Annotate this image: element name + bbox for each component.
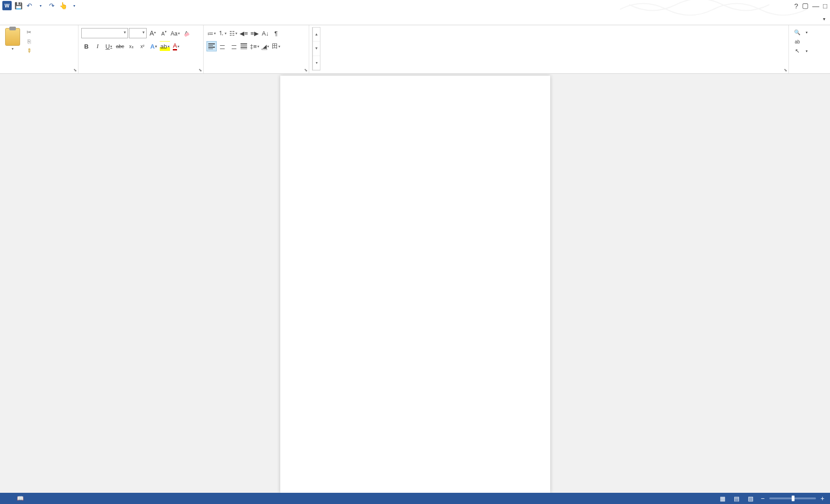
clipboard-group-label: [3, 71, 75, 72]
styles-group-label: [312, 71, 786, 72]
paragraph-group-label: [206, 71, 306, 72]
styles-scroll-down-icon[interactable]: ▼: [313, 42, 320, 56]
zoom-out-button[interactable]: −: [759, 495, 766, 502]
decrease-indent-icon[interactable]: ◀≡: [239, 28, 249, 38]
zoom-slider[interactable]: [769, 497, 816, 499]
bold-button[interactable]: B: [81, 41, 92, 51]
highlight-icon[interactable]: ab: [160, 41, 170, 51]
align-right-button[interactable]: [228, 41, 238, 51]
font-name-input[interactable]: [81, 28, 128, 38]
align-center-button[interactable]: [217, 41, 227, 51]
undo-icon[interactable]: ↶: [24, 0, 35, 11]
window-controls: ? ▢ — □: [795, 1, 830, 10]
justify-button[interactable]: [239, 41, 249, 51]
editing-group-label: [792, 71, 827, 72]
paragraph-launcher-icon[interactable]: ⬊: [304, 68, 308, 72]
line-spacing-icon[interactable]: ‡≡: [249, 41, 260, 51]
select-icon: [794, 47, 801, 55]
italic-button[interactable]: I: [92, 41, 103, 51]
title-bar: W 💾 ↶ ▾ ↷ 👆 ▾ ? ▢ — □: [0, 0, 830, 11]
editing-group: ▾ ▾: [789, 25, 830, 73]
help-icon[interactable]: ?: [795, 2, 798, 10]
status-bar: 📖 ▦ ▤ ▧ − +: [0, 493, 830, 504]
replace-icon: [794, 38, 801, 45]
numbering-icon[interactable]: ⒈: [217, 28, 227, 38]
font-group-label: [81, 71, 200, 72]
underline-button[interactable]: U: [104, 41, 114, 51]
shading-icon[interactable]: ◢: [260, 41, 270, 51]
styles-scroll-up-icon[interactable]: ▲: [313, 28, 320, 42]
ribbon-tabs: [0, 11, 830, 25]
clipboard-launcher-icon[interactable]: ⬊: [73, 68, 77, 72]
bullets-icon[interactable]: ≔: [206, 28, 217, 38]
qat-customize-icon[interactable]: ▾: [69, 0, 79, 11]
clear-formatting-icon[interactable]: [181, 28, 192, 38]
select-button[interactable]: ▾: [792, 47, 809, 55]
show-marks-icon[interactable]: ¶: [271, 28, 281, 38]
quick-access-toolbar: W 💾 ↶ ▾ ↷ 👆 ▾: [0, 0, 79, 11]
styles-scroll: ▲ ▼ ▾: [313, 27, 320, 71]
copy-icon: [25, 38, 33, 45]
change-case-icon[interactable]: [170, 28, 180, 38]
font-size-input[interactable]: [129, 28, 147, 38]
styles-expand-icon[interactable]: ▾: [313, 56, 320, 70]
align-left-button[interactable]: [206, 41, 217, 51]
borders-icon[interactable]: 田: [271, 41, 281, 51]
text-effects-icon[interactable]: A: [149, 41, 159, 51]
paste-icon: [5, 28, 20, 46]
grow-font-icon[interactable]: [148, 28, 158, 38]
format-painter-button[interactable]: [24, 47, 35, 55]
undo-dropdown-icon[interactable]: ▾: [35, 0, 46, 11]
document-page[interactable]: [280, 76, 550, 493]
increase-indent-icon[interactable]: ≡▶: [249, 28, 260, 38]
styles-launcher-icon[interactable]: ⬊: [784, 68, 787, 72]
strikethrough-button[interactable]: abc: [115, 41, 125, 51]
font-launcher-icon[interactable]: ⬊: [199, 68, 202, 72]
touch-mode-icon[interactable]: 👆: [58, 0, 68, 11]
print-layout-icon[interactable]: ▤: [731, 494, 742, 503]
cut-button[interactable]: [24, 28, 35, 36]
save-icon[interactable]: 💾: [13, 0, 23, 11]
superscript-button[interactable]: x²: [137, 41, 148, 51]
subscript-button[interactable]: x₂: [126, 41, 136, 51]
user-account[interactable]: [818, 12, 830, 25]
shrink-font-icon[interactable]: [159, 28, 169, 38]
font-group: B I U abc x₂ x² A ab A ⬊: [78, 25, 204, 73]
maximize-icon[interactable]: □: [823, 2, 827, 10]
copy-button[interactable]: [24, 37, 35, 46]
brush-icon: [25, 47, 33, 55]
font-color-icon[interactable]: A: [171, 41, 181, 51]
clipboard-group: ▾ ⬊: [0, 25, 78, 73]
ribbon: ▾ ⬊ B I U abc: [0, 25, 830, 74]
document-area[interactable]: [0, 74, 830, 493]
paragraph-group: ≔ ⒈ ☷ ◀≡ ≡▶ A↓ ¶ ‡≡ ◢ 田 ⬊: [204, 25, 309, 73]
redo-icon[interactable]: ↷: [47, 0, 57, 11]
read-mode-icon[interactable]: ▦: [717, 494, 728, 503]
find-icon: [794, 28, 801, 36]
sort-icon[interactable]: A↓: [260, 28, 270, 38]
scissors-icon: [25, 28, 33, 36]
word-app-icon[interactable]: W: [2, 0, 12, 11]
zoom-in-button[interactable]: +: [819, 495, 826, 502]
spell-check-icon[interactable]: 📖: [17, 495, 24, 502]
ribbon-display-icon[interactable]: ▢: [802, 1, 809, 10]
find-button[interactable]: ▾: [792, 28, 809, 36]
web-layout-icon[interactable]: ▧: [745, 494, 756, 503]
styles-group: ▲ ▼ ▾ ⬊: [309, 25, 789, 73]
minimize-icon[interactable]: —: [812, 2, 819, 10]
replace-button[interactable]: [792, 37, 805, 46]
paste-button[interactable]: ▾: [3, 27, 22, 51]
zoom-thumb[interactable]: [792, 496, 795, 501]
multilevel-list-icon[interactable]: ☷: [228, 28, 238, 38]
